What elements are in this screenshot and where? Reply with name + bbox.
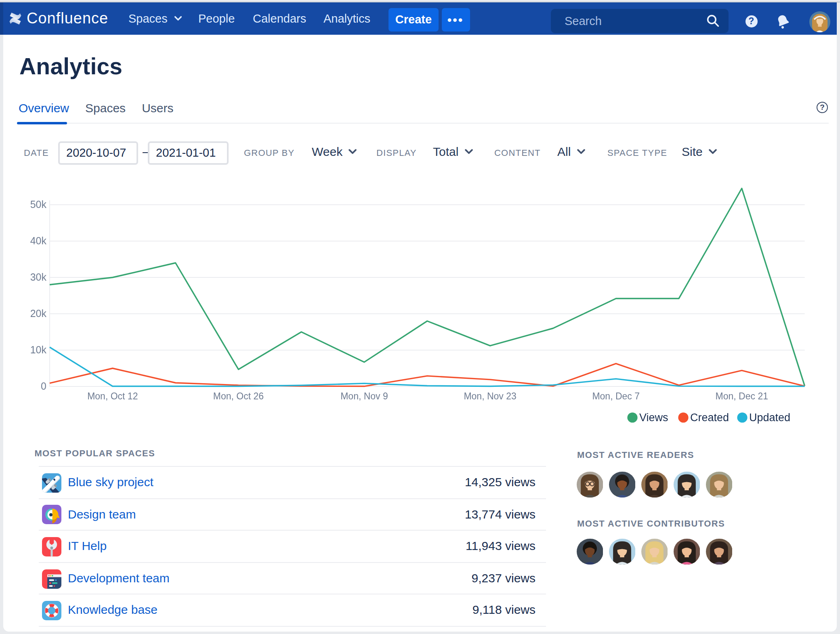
svg-text:40k: 40k xyxy=(30,235,47,246)
svg-text:Created: Created xyxy=(690,411,729,424)
svg-text:Mon, Dec 21: Mon, Dec 21 xyxy=(716,391,768,401)
svg-text:Mon, Oct 26: Mon, Oct 26 xyxy=(213,391,264,401)
svg-text:Mon, Nov 9: Mon, Nov 9 xyxy=(340,391,388,401)
svg-text:Mon, Oct 12: Mon, Oct 12 xyxy=(87,391,138,401)
svg-text:Mon, Nov 23: Mon, Nov 23 xyxy=(464,391,516,401)
svg-text:0: 0 xyxy=(41,380,46,392)
svg-text:50k: 50k xyxy=(30,199,47,210)
svg-text:Mon, Dec 7: Mon, Dec 7 xyxy=(592,391,640,401)
svg-text:Updated: Updated xyxy=(749,411,790,424)
svg-text:Views: Views xyxy=(639,411,668,424)
svg-text:20k: 20k xyxy=(30,308,47,319)
svg-text:10k: 10k xyxy=(30,344,47,355)
svg-text:30k: 30k xyxy=(30,271,47,283)
